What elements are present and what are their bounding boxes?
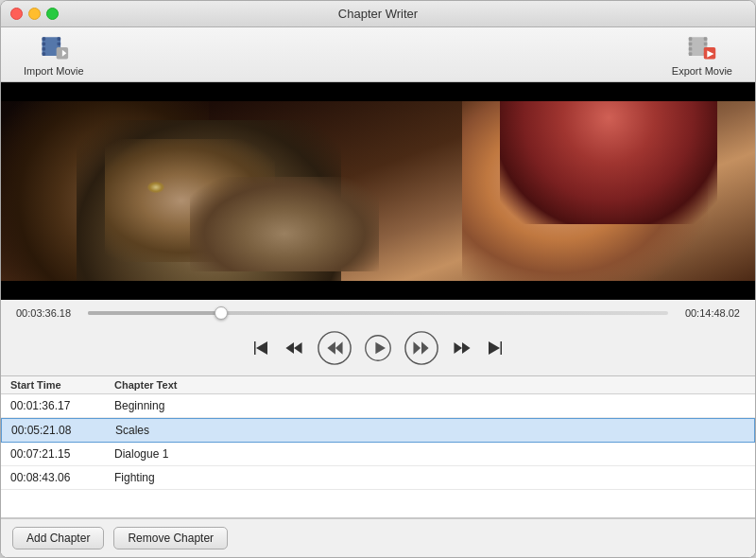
fast-forward-button[interactable] [402,328,441,368]
scrubber-thumb[interactable] [215,306,228,320]
rewind-icon [317,330,352,366]
export-icon [687,32,717,62]
bottom-bar: Add Chapter Remove Chapter [1,518,755,557]
svg-rect-15 [689,52,693,56]
export-movie-button[interactable]: Export Movie [664,28,740,80]
svg-rect-14 [689,47,693,51]
svg-marker-22 [254,341,256,355]
total-time: 00:14:48.02 [676,307,740,319]
svg-rect-3 [42,47,45,51]
svg-rect-12 [689,37,693,41]
svg-marker-33 [421,341,429,354]
svg-marker-27 [335,341,343,354]
chapter-rows-container: 00:01:36.17 Beginning 00:05:21.08 Scales… [1,394,755,490]
hands-area [190,177,379,271]
chapter-header: Start Time Chapter Text [1,376,755,394]
svg-marker-35 [462,342,471,354]
svg-rect-17 [704,43,708,46]
letterbox-top [1,82,755,101]
chapter-row[interactable]: 00:01:36.17 Beginning [1,394,755,418]
svg-marker-30 [375,342,386,354]
import-label: Import Movie [24,65,84,77]
scrubber-fill [88,311,221,315]
col-start-time: Start Time [10,379,114,391]
add-chapter-button[interactable]: Add Chapter [12,527,104,549]
svg-marker-36 [489,341,500,355]
svg-rect-5 [57,37,60,41]
chapter-row[interactable]: 00:08:43.06 Fighting [1,466,755,490]
rewind-button[interactable] [315,328,354,368]
chapter-start-time: 00:05:21.08 [11,424,115,437]
import-movie-icon [39,30,69,64]
playback-controls [16,324,740,372]
svg-marker-32 [413,341,421,354]
remove-chapter-button[interactable]: Remove Chapter [113,527,228,549]
dragon-eye [147,182,164,193]
maximize-button[interactable] [46,8,59,20]
video-player [1,82,755,300]
svg-marker-34 [454,342,462,354]
svg-marker-37 [501,341,503,355]
current-time: 00:03:36.18 [16,307,80,319]
svg-rect-13 [689,43,693,46]
chapter-start-time: 00:07:21.15 [10,447,114,461]
skip-to-start-icon [249,337,271,359]
chapter-start-time: 00:08:43.06 [10,471,114,484]
import-icon [39,32,69,62]
step-back-icon [283,337,305,359]
fast-forward-icon [404,330,439,366]
svg-marker-25 [285,342,294,354]
close-button[interactable] [10,8,23,20]
svg-marker-28 [327,341,335,354]
chapter-start-time: 00:01:36.17 [10,399,114,412]
play-icon [364,334,392,362]
window-title: Chapter Writer [338,7,418,21]
character-hair [500,82,717,224]
letterbox-bottom [1,281,755,300]
export-label: Export Movie [672,65,732,77]
skip-to-start-button[interactable] [247,335,273,361]
play-button[interactable] [362,332,394,364]
skip-to-end-button[interactable] [483,335,509,361]
export-movie-icon [687,30,717,64]
toolbar: Import Movie [1,27,755,82]
svg-marker-23 [256,341,267,355]
svg-rect-4 [42,52,45,56]
chapter-section: Start Time Chapter Text 00:01:36.17 Begi… [1,375,755,557]
skip-to-end-icon [485,337,507,359]
step-forward-icon [451,337,473,359]
titlebar: Chapter Writer [1,1,755,27]
chapter-table: Start Time Chapter Text 00:01:36.17 Begi… [1,376,755,517]
chapter-text: Dialogue 1 [114,447,746,461]
col-chapter-text: Chapter Text [114,379,746,391]
chapter-text: Fighting [114,471,746,484]
chapter-text: Scales [115,424,745,437]
app-window: Chapter Writer [0,0,756,558]
video-scene [1,82,755,300]
timeline-row: 00:03:36.18 00:14:48.02 [16,307,740,319]
minimize-button[interactable] [28,8,41,20]
import-movie-button[interactable]: Import Movie [16,28,92,80]
chapter-row[interactable]: 00:05:21.08 Scales [1,418,755,443]
step-back-button[interactable] [281,335,307,361]
svg-rect-6 [57,43,60,46]
scrubber-track[interactable] [88,311,668,315]
svg-marker-24 [294,342,302,354]
svg-rect-2 [42,43,45,46]
controls-area: 00:03:36.18 00:14:48.02 [1,300,755,375]
chapter-text: Beginning [114,399,746,412]
chapter-row[interactable]: 00:07:21.15 Dialogue 1 [1,443,755,466]
svg-rect-16 [704,37,708,41]
step-forward-button[interactable] [449,335,475,361]
traffic-lights [10,8,59,20]
svg-rect-1 [42,37,45,41]
